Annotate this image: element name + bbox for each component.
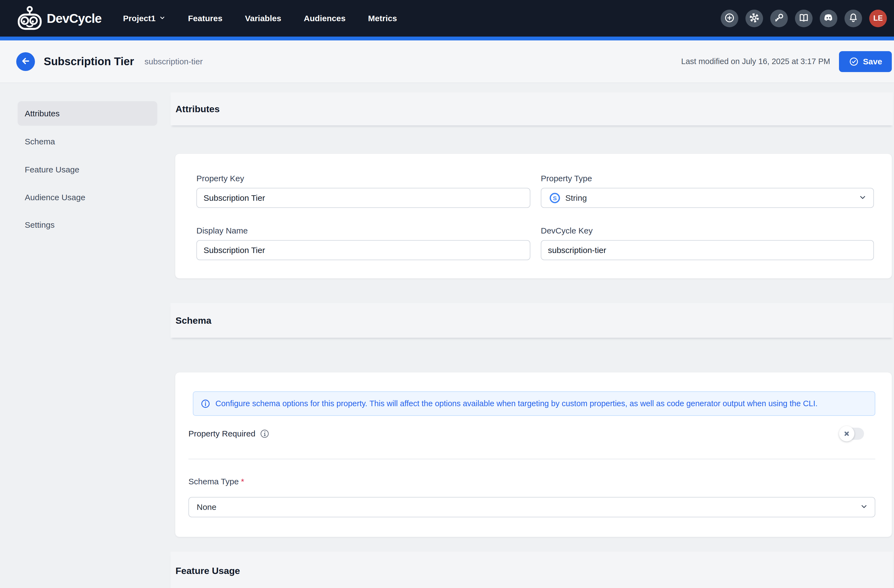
x-mark-icon (843, 430, 850, 437)
property-key-input[interactable] (196, 188, 530, 208)
sidebar-item-settings[interactable]: Settings (18, 213, 157, 237)
toggle-knob (839, 426, 855, 442)
chevron-down-icon (159, 14, 166, 23)
nav-item-audiences[interactable]: Audiences (304, 14, 346, 23)
display-name-input[interactable] (196, 240, 530, 260)
schema-type-value: None (197, 502, 216, 512)
settings-button[interactable] (746, 10, 763, 27)
schema-card-divider (189, 459, 875, 459)
schema-type-label: Schema Type* (189, 477, 244, 486)
schema-section-header: Schema (171, 303, 893, 338)
page-key: subscription-tier (144, 57, 203, 66)
devcycle-key-input[interactable] (541, 240, 874, 260)
key-icon (773, 12, 785, 24)
devcycle-robot-icon (15, 5, 44, 32)
sidebar-item-feature-usage[interactable]: Feature Usage (18, 157, 157, 182)
schema-type-select[interactable]: None (189, 497, 875, 517)
string-type-icon: S (549, 192, 560, 204)
notifications-button[interactable] (844, 10, 862, 27)
docs-book-icon (798, 12, 809, 24)
nav-item-features[interactable]: Features (188, 14, 222, 23)
sidebar-item-audience-usage[interactable]: Audience Usage (18, 185, 157, 210)
nav-item-variables[interactable]: Variables (245, 14, 281, 23)
nav-actions: LE (721, 0, 887, 36)
accent-bar (0, 36, 894, 41)
schema-heading: Schema (171, 315, 211, 326)
sidebar-item-schema[interactable]: Schema (18, 129, 157, 154)
attributes-card: Property Key Property Type S String Disp… (175, 154, 892, 279)
app-root: DevCycle Project1 Features Variables Aud… (0, 0, 894, 588)
attributes-section-header: Attributes (171, 92, 893, 125)
project-selector[interactable]: Project1 (123, 14, 165, 23)
gear-icon (749, 12, 760, 24)
info-circle-icon (201, 399, 210, 409)
page-title: Subscription Tier (44, 55, 134, 68)
create-new-button[interactable] (721, 10, 738, 27)
discord-icon (823, 12, 834, 25)
sidebar-item-attributes[interactable]: Attributes (18, 101, 157, 126)
devcycle-logo[interactable]: DevCycle (15, 5, 101, 32)
feature-usage-heading: Feature Usage (171, 565, 240, 576)
nav-item-metrics[interactable]: Metrics (368, 14, 397, 23)
save-button[interactable]: Save (839, 51, 892, 72)
property-key-label: Property Key (196, 174, 530, 183)
schema-info-alert: Configure schema options for this proper… (193, 391, 875, 416)
arrow-left-icon (20, 56, 31, 68)
info-circle-icon[interactable] (260, 429, 270, 439)
property-type-value: String (565, 193, 587, 203)
brand-name: DevCycle (47, 11, 101, 26)
required-asterisk: * (241, 477, 244, 486)
chevron-down-icon (860, 502, 868, 512)
chevron-down-icon (859, 193, 867, 203)
schema-card: Configure schema options for this proper… (175, 372, 892, 537)
property-type-select[interactable]: S String (541, 188, 874, 208)
last-modified-text: Last modified on July 16, 2025 at 3:17 P… (681, 57, 830, 66)
api-keys-button[interactable] (770, 10, 788, 27)
top-nav: DevCycle Project1 Features Variables Aud… (0, 0, 894, 36)
plus-circle-icon (724, 12, 735, 24)
property-required-label: Property Required (189, 429, 270, 439)
back-button[interactable] (16, 52, 35, 71)
user-avatar[interactable]: LE (869, 10, 887, 27)
svg-text:S: S (553, 195, 557, 201)
bell-icon (848, 12, 859, 24)
page-header: Subscription Tier subscription-tier Last… (0, 41, 894, 83)
check-circle-icon (849, 56, 859, 67)
discord-button[interactable] (820, 10, 837, 27)
property-type-label: Property Type (541, 174, 874, 183)
property-required-toggle[interactable] (840, 428, 864, 440)
display-name-label: Display Name (196, 226, 530, 235)
docs-button[interactable] (795, 10, 812, 27)
schema-info-text: Configure schema options for this proper… (215, 399, 817, 408)
attributes-heading: Attributes (171, 104, 220, 115)
nav-links: Project1 Features Variables Audiences Me… (123, 14, 397, 23)
devcycle-key-label: DevCycle Key (541, 226, 874, 235)
feature-usage-section-header: Feature Usage (171, 552, 893, 588)
